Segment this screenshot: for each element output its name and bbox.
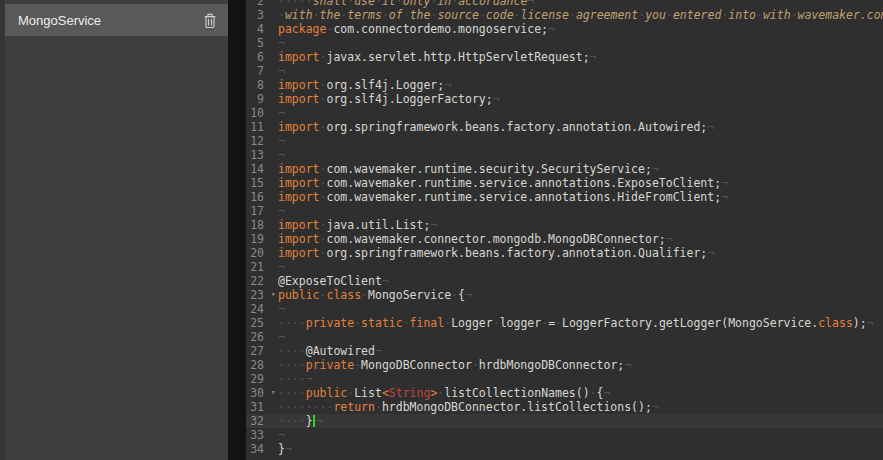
code-line[interactable]: 21¬ bbox=[246, 260, 883, 274]
code-line-text[interactable]: ¬ bbox=[278, 64, 883, 78]
code-line-text[interactable]: ····private·MongoDBConnector·hrdbMongoDB… bbox=[278, 358, 883, 372]
code-line[interactable]: 29····¬ bbox=[246, 372, 883, 386]
code-line-text[interactable]: ¬ bbox=[278, 330, 883, 344]
code-line[interactable]: 28····private·MongoDBConnector·hrdbMongo… bbox=[246, 358, 883, 372]
code-line-text[interactable]: ¬ bbox=[278, 134, 883, 148]
code-line-text[interactable]: ·with·the·terms·of·the·source·code·licen… bbox=[278, 8, 883, 22]
eol-marker: ¬ bbox=[278, 302, 285, 316]
panel-divider bbox=[228, 0, 246, 460]
code-line[interactable]: 20import·org.springframework.beans.facto… bbox=[246, 246, 883, 260]
code-line[interactable]: 13¬ bbox=[246, 148, 883, 162]
code-line-text[interactable]: import·com.wavemaker.runtime.service.ann… bbox=[278, 190, 883, 204]
code-line-text[interactable]: import·org.springframework.beans.factory… bbox=[278, 246, 883, 260]
code-line-text[interactable]: ····}¬ bbox=[278, 414, 883, 428]
code-line-text[interactable]: ····public·List<String>·listCollectionNa… bbox=[278, 386, 883, 400]
eol-marker: ¬ bbox=[652, 162, 659, 176]
code-line-text[interactable]: ¬ bbox=[278, 428, 883, 442]
code-line-text[interactable]: ·····shall·use·it·only·in·accordance¬ bbox=[278, 0, 883, 8]
gutter-line-number: 6 bbox=[246, 50, 278, 64]
code-line[interactable]: 32····}¬ bbox=[246, 414, 883, 428]
code-line-text[interactable]: ····private·static·final·Logger·logger·=… bbox=[278, 316, 883, 330]
eol-marker: ¬ bbox=[444, 78, 451, 92]
delete-service-button[interactable] bbox=[203, 12, 217, 29]
eol-marker: ¬ bbox=[285, 442, 292, 456]
gutter-line-number: 25 bbox=[246, 316, 278, 330]
code-line[interactable]: 33¬ bbox=[246, 428, 883, 442]
code-line-text[interactable]: ¬ bbox=[278, 204, 883, 218]
code-line[interactable]: 5¬ bbox=[246, 36, 883, 50]
gutter-line-number: 17 bbox=[246, 204, 278, 218]
code-line-text[interactable]: ········return·hrdbMongoDBConnector.list… bbox=[278, 400, 883, 414]
code-line[interactable]: 26¬ bbox=[246, 330, 883, 344]
gutter-line-number: 15 bbox=[246, 176, 278, 190]
code-line-text[interactable]: }¬ bbox=[278, 442, 883, 456]
code-line[interactable]: 31········return·hrdbMongoDBConnector.li… bbox=[246, 400, 883, 414]
code-line-text[interactable]: ¬ bbox=[278, 36, 883, 50]
gutter-line-number: 4 bbox=[246, 22, 278, 36]
code-line[interactable]: 34}¬ bbox=[246, 442, 883, 456]
code-line[interactable]: 2·····shall·use·it·only·in·accordance¬ bbox=[246, 0, 883, 8]
code-line-text[interactable]: ¬ bbox=[278, 302, 883, 316]
code-line-text[interactable]: ¬ bbox=[278, 148, 883, 162]
code-line-text[interactable]: ¬ bbox=[278, 260, 883, 274]
code-line-text[interactable]: import·java.util.List;¬ bbox=[278, 218, 883, 232]
code-line[interactable]: 25····private·static·final·Logger·logger… bbox=[246, 316, 883, 330]
code-line[interactable]: 10¬ bbox=[246, 106, 883, 120]
code-line[interactable]: 19import·com.wavemaker.connector.mongodb… bbox=[246, 232, 883, 246]
code-line[interactable]: 14import·com.wavemaker.runtime.security.… bbox=[246, 162, 883, 176]
code-line[interactable]: 9import·org.slf4j.LoggerFactory;¬ bbox=[246, 92, 883, 106]
code-line[interactable]: 8import·org.slf4j.Logger;¬ bbox=[246, 78, 883, 92]
code-line-text[interactable]: import·org.springframework.beans.factory… bbox=[278, 120, 883, 134]
code-line[interactable]: 30▾····public·List<String>·listCollectio… bbox=[246, 386, 883, 400]
gutter-line-number: 7 bbox=[246, 64, 278, 78]
code-line[interactable]: 4package·com.connectordemo.mongoservice;… bbox=[246, 22, 883, 36]
code-line[interactable]: 16import·com.wavemaker.runtime.service.a… bbox=[246, 190, 883, 204]
code-line[interactable]: 15import·com.wavemaker.runtime.service.a… bbox=[246, 176, 883, 190]
code-line-text[interactable]: import·javax.servlet.http.HttpServletReq… bbox=[278, 50, 883, 64]
text-cursor bbox=[313, 415, 315, 427]
code-editor[interactable]: 2·····shall·use·it·only·in·accordance¬3·… bbox=[246, 0, 883, 460]
code-line-text[interactable]: package·com.connectordemo.mongoservice;¬ bbox=[278, 22, 883, 36]
eol-marker: ¬ bbox=[430, 218, 437, 232]
gutter-line-number: 32 bbox=[246, 414, 278, 428]
code-line[interactable]: 18import·java.util.List;¬ bbox=[246, 218, 883, 232]
code-line[interactable]: 24¬ bbox=[246, 302, 883, 316]
gutter-line-number: 24 bbox=[246, 302, 278, 316]
gutter-line-number: 10 bbox=[246, 106, 278, 120]
sidebar-left-edge bbox=[0, 0, 5, 460]
code-line[interactable]: 3·with·the·terms·of·the·source·code·lice… bbox=[246, 8, 883, 22]
eol-marker: ¬ bbox=[590, 50, 597, 64]
code-line[interactable]: 7¬ bbox=[246, 64, 883, 78]
eol-marker: ¬ bbox=[306, 372, 313, 386]
sidebar-item-mongoservice[interactable]: MongoService bbox=[5, 4, 228, 36]
eol-marker: ¬ bbox=[867, 316, 874, 330]
gutter-line-number: 21 bbox=[246, 260, 278, 274]
eol-marker: ¬ bbox=[382, 274, 389, 288]
code-line[interactable]: 12¬ bbox=[246, 134, 883, 148]
code-line-text[interactable]: @ExposeToClient¬ bbox=[278, 274, 883, 288]
code-line-text[interactable]: ····¬ bbox=[278, 372, 883, 386]
code-line-text[interactable]: import·com.wavemaker.connector.mongodb.M… bbox=[278, 232, 883, 246]
fold-arrow-icon[interactable]: ▾ bbox=[271, 287, 276, 301]
code-line[interactable]: 22@ExposeToClient¬ bbox=[246, 274, 883, 288]
code-line[interactable]: 17¬ bbox=[246, 204, 883, 218]
code-line[interactable]: 27····@Autowired¬ bbox=[246, 344, 883, 358]
wavemaker-java-service-editor: MongoService 2·····shall·use·it·only·in·… bbox=[0, 0, 883, 460]
code-line-text[interactable]: import·com.wavemaker.runtime.service.ann… bbox=[278, 176, 883, 190]
code-line-text[interactable]: import·org.slf4j.Logger;¬ bbox=[278, 78, 883, 92]
gutter-line-number: 16 bbox=[246, 190, 278, 204]
services-sidebar: MongoService bbox=[0, 0, 228, 460]
code-line-text[interactable]: import·org.slf4j.LoggerFactory;¬ bbox=[278, 92, 883, 106]
gutter-line-number: 31 bbox=[246, 400, 278, 414]
code-line-text[interactable]: ¬ bbox=[278, 106, 883, 120]
code-line-text[interactable]: import·com.wavemaker.runtime.security.Se… bbox=[278, 162, 883, 176]
gutter-line-number: 26 bbox=[246, 330, 278, 344]
code-line[interactable]: 6import·javax.servlet.http.HttpServletRe… bbox=[246, 50, 883, 64]
gutter-line-number: 20 bbox=[246, 246, 278, 260]
code-line-text[interactable]: public·class·MongoService·{¬ bbox=[278, 288, 883, 302]
code-line[interactable]: 23▾public·class·MongoService·{¬ bbox=[246, 288, 883, 302]
code-line[interactable]: 11import·org.springframework.beans.facto… bbox=[246, 120, 883, 134]
trash-icon bbox=[203, 12, 217, 29]
code-line-text[interactable]: ····@Autowired¬ bbox=[278, 344, 883, 358]
fold-arrow-icon[interactable]: ▾ bbox=[271, 385, 276, 399]
